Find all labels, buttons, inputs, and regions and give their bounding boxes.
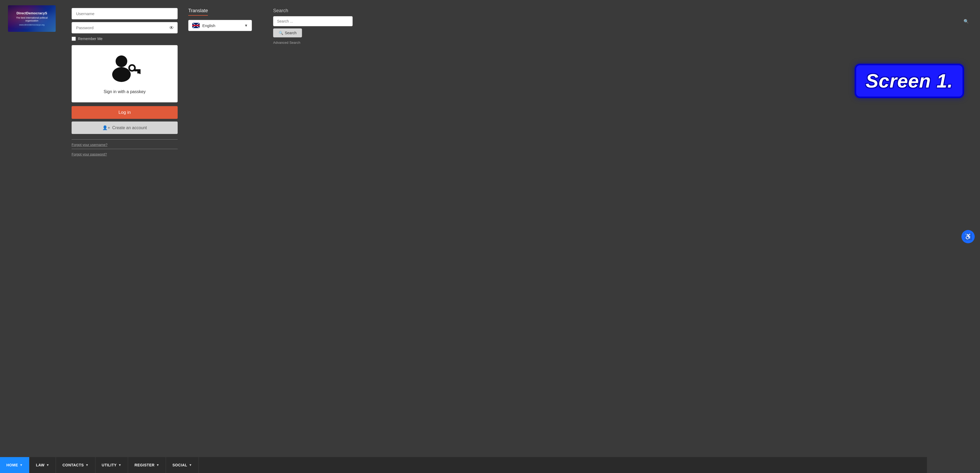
nav-law-chevron: ▼: [46, 463, 49, 467]
nav-item-social[interactable]: SOCIAL ▼: [166, 457, 199, 473]
forgot-divider: [72, 139, 178, 140]
nav-item-register[interactable]: REGISTER ▼: [128, 457, 166, 473]
nav-item-utility[interactable]: UTILITY ▼: [95, 457, 128, 473]
search-button-label: Search: [285, 31, 296, 35]
svg-point-1: [112, 67, 131, 82]
create-account-button[interactable]: 👤+ Create an account: [72, 121, 178, 134]
forgot-password-divider: [72, 149, 178, 149]
passkey-label: Sign in with a passkey: [104, 89, 146, 94]
svg-point-3: [130, 66, 134, 70]
nav-contacts-label: CONTACTS: [62, 463, 84, 467]
create-account-icon: 👤+: [102, 125, 110, 130]
advanced-search-link[interactable]: Advanced Search: [273, 41, 301, 45]
nav-home-chevron: ▼: [20, 463, 23, 467]
create-account-label: Create an account: [112, 126, 147, 130]
password-wrapper: 👁: [72, 22, 178, 33]
uk-flag-icon: [192, 23, 200, 28]
nav-item-contacts[interactable]: CONTACTS ▼: [56, 457, 95, 473]
nav-register-chevron: ▼: [156, 463, 159, 467]
search-title: Search: [273, 8, 972, 14]
remember-me-text: Remember Me: [78, 37, 103, 41]
screen-label: Screen 1.: [854, 64, 964, 98]
nav-right-spacer: [927, 457, 980, 473]
translate-section: Translate English ▼: [188, 5, 262, 157]
forgot-links: Forgot your username? Forgot your passwo…: [72, 138, 178, 157]
translate-title: Translate: [188, 8, 208, 16]
nav-social-chevron: ▼: [189, 463, 192, 467]
nav-item-home[interactable]: HOME ▼: [0, 457, 29, 473]
bottom-nav: HOME ▼ LAW ▼ CONTACTS ▼ UTILITY ▼ REGIST…: [0, 457, 980, 473]
logo-title: DirectDemocracyS: [16, 11, 47, 15]
nav-utility-chevron: ▼: [118, 463, 121, 467]
search-magnifier-icon: 🔍: [964, 19, 969, 24]
login-section: 👁 Remember Me Sign i: [72, 5, 178, 157]
accessibility-icon: ♿: [964, 233, 972, 240]
passkey-icon: [109, 53, 140, 85]
nav-law-label: LAW: [36, 463, 45, 467]
nav-contacts-chevron: ▼: [85, 463, 89, 467]
language-select[interactable]: English ▼: [188, 20, 252, 31]
svg-rect-5: [140, 72, 140, 74]
nav-social-label: SOCIAL: [172, 463, 187, 467]
svg-rect-6: [137, 72, 140, 73]
chevron-down-icon: ▼: [244, 23, 248, 28]
svg-rect-4: [134, 69, 140, 72]
page-wrapper: DirectDemocracyS The best international …: [0, 0, 980, 473]
login-button[interactable]: Log in: [72, 106, 178, 119]
search-button-icon: 🔍: [279, 31, 283, 35]
forgot-username-link[interactable]: Forgot your username?: [72, 142, 178, 147]
search-input-wrapper: 🔍: [273, 16, 972, 26]
logo-box[interactable]: DirectDemocracyS The best international …: [8, 5, 56, 32]
search-input[interactable]: [273, 16, 353, 26]
nav-utility-label: UTILITY: [102, 463, 117, 467]
accessibility-button[interactable]: ♿: [961, 230, 975, 243]
nav-home-label: HOME: [6, 463, 18, 467]
forgot-password-link[interactable]: Forgot your password?: [72, 152, 178, 157]
logo-subtitle: The best international political organiz…: [10, 16, 54, 22]
nav-register-label: REGISTER: [134, 463, 154, 467]
remember-me-checkbox[interactable]: [72, 37, 76, 41]
top-area: DirectDemocracyS The best international …: [0, 0, 980, 162]
eye-icon[interactable]: 👁: [169, 25, 174, 30]
passkey-box[interactable]: Sign in with a passkey: [72, 45, 178, 102]
logo-section: DirectDemocracyS The best international …: [8, 5, 61, 157]
password-input[interactable]: [72, 22, 178, 33]
nav-item-law[interactable]: LAW ▼: [29, 457, 56, 473]
logo-url: www.directdemocracys.org: [19, 24, 45, 26]
remember-me-label: Remember Me: [72, 37, 178, 41]
username-input[interactable]: [72, 8, 178, 19]
svg-point-0: [116, 56, 127, 67]
search-button[interactable]: 🔍 Search: [273, 29, 302, 37]
language-name: English: [202, 23, 242, 28]
